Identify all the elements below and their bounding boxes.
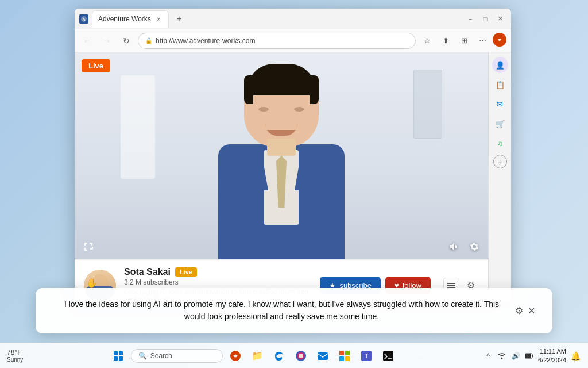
desktop: A Adventure Works ✕ + − □ ✕ ← → ↻ 🔒 http… (0, 0, 588, 368)
current-date: 6/22/2024 (538, 356, 566, 364)
copilot-settings-icon[interactable]: ⚙ (515, 305, 523, 316)
nav-bar: ← → ↻ 🔒 http://www.adventure-works.com ☆… (75, 29, 511, 52)
settings-button[interactable] (466, 239, 482, 255)
copilot-message: I love the ideas for using AI art to pro… (53, 298, 510, 323)
video-controls (446, 239, 482, 255)
svg-rect-12 (339, 356, 344, 361)
weather-widget[interactable]: 78°F Sunny (7, 348, 23, 363)
sidebar-email-icon[interactable]: ✉ (492, 96, 508, 112)
copilot-close-button[interactable]: ✕ (528, 305, 535, 316)
subscriber-count: 3.2 M subscribers (124, 278, 312, 286)
channel-live-pill: Live (175, 267, 197, 277)
sidebar-shopping-icon[interactable]: 🛒 (492, 116, 508, 132)
svg-rect-9 (318, 352, 328, 360)
taskbar-left: 78°F Sunny (0, 348, 30, 363)
live-badge: Live (82, 59, 110, 72)
svg-point-8 (299, 354, 303, 358)
refresh-button[interactable]: ↻ (118, 33, 134, 49)
sidebar-favorites-icon[interactable]: 📋 (492, 76, 508, 93)
windows-icon (114, 351, 123, 361)
svg-point-17 (501, 357, 503, 359)
lock-icon: 🔒 (145, 37, 152, 44)
notification-button[interactable]: 🔔 (570, 350, 581, 362)
taskbar-photos[interactable] (292, 347, 310, 365)
maximize-button[interactable]: □ (479, 13, 492, 25)
channel-name-row: Sota Sakai Live (124, 267, 312, 277)
collections-icon[interactable]: ⊞ (456, 33, 472, 49)
browser-sidebar: 👤 📋 ✉ 🛒 ♫ + (488, 52, 511, 302)
new-tab-button[interactable]: + (172, 12, 186, 26)
address-text: http://www.adventure-works.com (156, 37, 255, 45)
current-time: 11:11 AM (540, 347, 566, 355)
search-icon: 🔍 (138, 352, 147, 360)
tab-close-button[interactable]: ✕ (154, 15, 163, 23)
video-area: Live (75, 52, 488, 259)
svg-rect-4 (447, 285, 455, 286)
volume-icon[interactable]: 🔊 (510, 351, 521, 361)
sidebar-add-button[interactable]: + (493, 155, 507, 168)
taskbar-store[interactable] (335, 347, 354, 365)
channel-name: Sota Sakai (124, 267, 171, 277)
nav-icons: ☆ ⬆ ⊞ ⋯ (419, 33, 506, 49)
start-button[interactable] (109, 347, 127, 365)
system-tray-icons: ^ 🔊 (483, 351, 535, 361)
favorites-icon[interactable]: ☆ (419, 33, 435, 49)
svg-rect-13 (345, 356, 350, 361)
battery-icon[interactable] (524, 351, 535, 361)
browser-content: Live (75, 52, 488, 302)
network-icon[interactable]: ^ (483, 351, 493, 361)
browser-favicon: A (79, 14, 88, 24)
volume-button[interactable] (446, 239, 462, 255)
taskbar-center: 🔍 Search 📁 (30, 347, 476, 365)
taskbar-search[interactable]: 🔍 Search (131, 349, 223, 363)
weather-temperature: 78°F (7, 348, 23, 356)
taskbar-edge[interactable] (270, 347, 288, 365)
svg-text:A: A (82, 17, 85, 21)
address-bar[interactable]: 🔒 http://www.adventure-works.com (138, 33, 416, 49)
clock-display[interactable]: 11:11 AM 6/22/2024 (538, 347, 566, 364)
taskbar-teams[interactable]: T (357, 347, 376, 365)
copilot-card: I love the ideas for using AI art to pro… (36, 288, 552, 334)
browser-window: A Adventure Works ✕ + − □ ✕ ← → ↻ 🔒 http… (75, 9, 511, 302)
copilot-icon[interactable] (493, 33, 506, 47)
forward-button[interactable]: → (99, 33, 115, 49)
svg-rect-10 (339, 351, 344, 355)
more-icon[interactable]: ⋯ (474, 33, 490, 49)
taskbar-terminal[interactable] (379, 347, 397, 365)
svg-rect-16 (383, 351, 393, 361)
browser-tab[interactable]: Adventure Works ✕ (92, 10, 169, 28)
sidebar-profile-icon[interactable]: 👤 (492, 57, 508, 73)
svg-rect-11 (345, 351, 350, 355)
search-label: Search (150, 352, 172, 360)
taskbar-copilot[interactable] (226, 347, 245, 365)
svg-rect-19 (525, 354, 531, 358)
tab-title: Adventure Works (98, 15, 151, 23)
minimize-button[interactable]: − (464, 13, 477, 25)
weather-description: Sunny (7, 356, 23, 363)
expand-button[interactable] (80, 239, 96, 255)
close-button[interactable]: ✕ (494, 13, 506, 25)
taskbar: 78°F Sunny 🔍 Search (0, 343, 588, 368)
taskbar-file-explorer[interactable]: 📁 (248, 347, 266, 365)
window-controls: − □ ✕ (464, 13, 506, 25)
title-bar: A Adventure Works ✕ + − □ ✕ (75, 9, 511, 29)
sidebar-music-icon[interactable]: ♫ (492, 135, 508, 151)
wifi-icon[interactable] (497, 351, 507, 361)
taskbar-mail[interactable] (314, 347, 332, 365)
taskbar-right: ^ 🔊 11:11 AM 6/22/2024 🔔 (476, 347, 588, 364)
copilot-bar: I love the ideas for using AI art to pro… (0, 288, 588, 343)
svg-text:T: T (365, 353, 368, 359)
svg-rect-3 (447, 283, 455, 284)
back-button[interactable]: ← (79, 33, 95, 49)
video-thumbnail (75, 52, 488, 259)
share-icon[interactable]: ⬆ (438, 33, 454, 49)
